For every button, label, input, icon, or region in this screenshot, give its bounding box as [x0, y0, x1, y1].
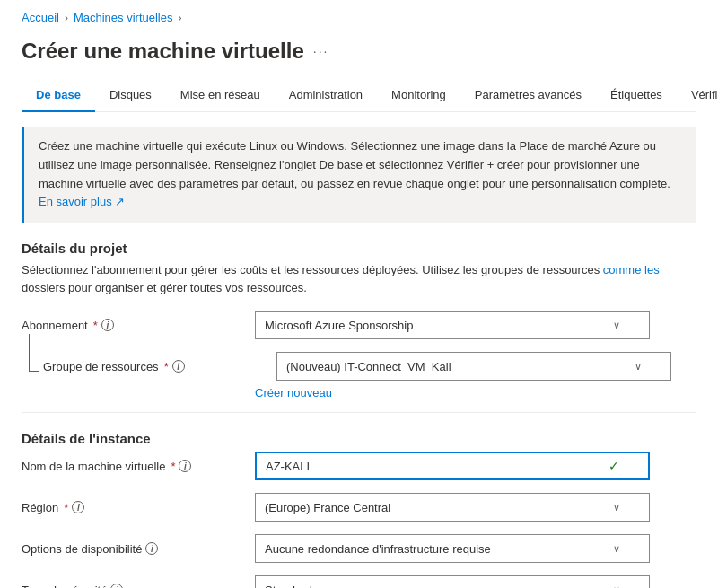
select-groupe-ressources-value: (Nouveau) IT-Connect_VM_Kali — [286, 360, 451, 373]
description-text: Créez une machine virtuelle qui exécute … — [39, 139, 670, 190]
chevron-down-icon-ts: ∨ — [613, 584, 620, 588]
form-row-options-disponibilite: Options de disponibilité i Aucune redond… — [22, 534, 696, 563]
info-icon-nom-machine[interactable]: i — [179, 460, 191, 472]
select-options-disponibilite[interactable]: Aucune redondance d'infrastructure requi… — [255, 534, 650, 563]
select-groupe-ressources[interactable]: (Nouveau) IT-Connect_VM_Kali ∨ — [276, 352, 671, 381]
form-row-nom-machine: Nom de la machine virtuelle * i AZ-KALI … — [22, 452, 696, 480]
creer-nouveau-container: Créer nouveau — [255, 386, 696, 399]
select-type-securite-value: Standard — [265, 584, 312, 588]
chevron-down-icon-gr: ∨ — [635, 361, 642, 373]
control-region: (Europe) France Central ∨ — [255, 493, 650, 522]
label-groupe-ressources: Groupe de ressources * i — [43, 360, 276, 373]
section-instance-title: Détails de l'instance — [22, 431, 696, 446]
control-abonnement: Microsoft Azure Sponsorship ∨ — [255, 311, 650, 339]
form-row-type-securite: Type de sécurité i Standard ∨ — [22, 575, 696, 588]
required-marker-nm: * — [171, 460, 175, 473]
tab-etiquettes[interactable]: Étiquettes — [596, 79, 677, 112]
tab-verifier[interactable]: Vérifier + — [677, 79, 718, 112]
indent-line — [29, 334, 39, 372]
page-title-container: Créer une machine virtuelle ··· — [22, 31, 696, 78]
form-row-region: Région * i (Europe) France Central ∨ — [22, 493, 696, 522]
control-groupe-ressources: (Nouveau) IT-Connect_VM_Kali ∨ — [276, 352, 671, 381]
label-options-disponibilite: Options de disponibilité i — [22, 542, 255, 556]
description-box: Créez une machine virtuelle qui exécute … — [22, 127, 696, 223]
info-icon-abonnement[interactable]: i — [101, 319, 114, 331]
chevron-down-icon-od: ∨ — [613, 543, 620, 555]
page-title-ellipsis[interactable]: ··· — [313, 44, 329, 58]
tab-parametres-avances[interactable]: Paramètres avancés — [460, 79, 596, 112]
required-marker: * — [93, 319, 98, 332]
form-row-abonnement: Abonnement * i Microsoft Azure Sponsorsh… — [22, 311, 696, 339]
select-type-securite[interactable]: Standard ∨ — [255, 575, 650, 588]
info-icon-type-securite[interactable]: i — [110, 584, 123, 588]
control-type-securite: Standard ∨ — [255, 575, 650, 588]
label-abonnement: Abonnement * i — [22, 319, 255, 332]
section-divider-1 — [22, 412, 696, 413]
tab-mise-en-reseau[interactable]: Mise en réseau — [166, 79, 275, 112]
chevron-down-icon: ∨ — [613, 320, 620, 331]
info-icon-region[interactable]: i — [72, 501, 84, 513]
breadcrumb-chevron-1: › — [65, 12, 68, 24]
check-icon: ✓ — [609, 459, 619, 473]
select-abonnement-value: Microsoft Azure Sponsorship — [265, 319, 413, 332]
control-nom-machine: AZ-KALI ✓ — [255, 452, 650, 480]
input-nom-machine[interactable]: AZ-KALI ✓ — [255, 452, 650, 480]
select-region-value: (Europe) France Central — [265, 501, 390, 514]
select-options-disponibilite-value: Aucune redondance d'infrastructure requi… — [265, 542, 491, 556]
tab-administration[interactable]: Administration — [275, 79, 377, 112]
label-type-securite: Type de sécurité i — [22, 584, 255, 588]
chevron-down-icon-region: ∨ — [613, 502, 620, 513]
label-nom-machine: Nom de la machine virtuelle * i — [22, 460, 255, 473]
select-region[interactable]: (Europe) France Central ∨ — [255, 493, 650, 522]
tab-monitoring[interactable]: Monitoring — [377, 79, 460, 112]
breadcrumb-machines-virtuelles[interactable]: Machines virtuelles — [74, 11, 173, 24]
required-marker-region: * — [64, 501, 68, 514]
select-abonnement[interactable]: Microsoft Azure Sponsorship ∨ — [255, 311, 650, 339]
breadcrumb-chevron-2: › — [178, 12, 181, 24]
section-project-title: Détails du projet — [22, 241, 696, 256]
section-project-desc: Sélectionnez l'abonnement pour gérer les… — [22, 261, 696, 296]
tabs-container: De base Disques Mise en réseau Administr… — [22, 78, 696, 112]
required-marker-gr: * — [164, 360, 169, 373]
info-icon-groupe-ressources[interactable]: i — [172, 360, 185, 373]
creer-nouveau-link[interactable]: Créer nouveau — [255, 386, 332, 399]
info-icon-options-disponibilite[interactable]: i — [145, 542, 158, 555]
external-link-icon: ↗ — [115, 195, 125, 208]
control-options-disponibilite: Aucune redondance d'infrastructure requi… — [255, 534, 650, 563]
description-link[interactable]: En savoir plus ↗ — [39, 195, 125, 208]
breadcrumb-accueil[interactable]: Accueil — [22, 11, 59, 24]
label-region: Région * i — [22, 501, 255, 514]
tab-disques[interactable]: Disques — [95, 79, 166, 112]
input-nom-machine-value: AZ-KALI — [266, 460, 310, 473]
breadcrumb: Accueil › Machines virtuelles › — [22, 0, 696, 31]
description-link-text[interactable]: En savoir plus — [39, 195, 112, 208]
tab-de-base[interactable]: De base — [22, 79, 95, 112]
form-row-groupe-ressources: Groupe de ressources * i (Nouveau) IT-Co… — [22, 352, 696, 381]
project-desc-link[interactable]: comme les — [603, 263, 660, 276]
page-title: Créer une machine virtuelle — [22, 39, 304, 64]
